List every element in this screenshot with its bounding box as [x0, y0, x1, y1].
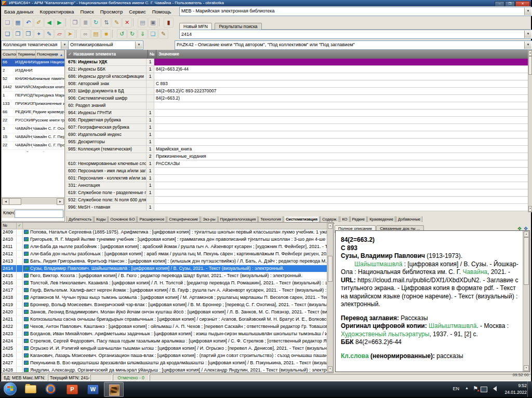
comment-icon[interactable]: ✦: [34, 29, 44, 39]
record-row[interactable]: 2426Каганович, Лазарь Моисеевич. Организ…: [2, 352, 327, 360]
refresh-icon[interactable]: ↺: [117, 29, 127, 39]
record-row[interactable]: 2415Гюго, Виктор. Козэта : [цифровая коп…: [2, 272, 327, 280]
taskbar-powerpoint-button[interactable]: P: [62, 382, 81, 396]
next-record-icon[interactable]: ▶: [55, 18, 64, 28]
copy-record-icon[interactable]: ❐: [70, 18, 80, 28]
dictionary-row[interactable]: 66ИЗДАНИЯИздания Национальн: [2, 59, 64, 67]
dictionary-row[interactable]: 133ПРИЖИЗНПрижизненные изда: [2, 100, 64, 108]
field-row[interactable]: 601: Персоналия - коллектив и/или заглав…: [66, 175, 528, 182]
search-bubble-3-icon[interactable]: ❒: [23, 29, 33, 39]
scroll-down-icon[interactable]: ▼: [328, 366, 332, 372]
mode-combo[interactable]: Оптимизированный ▼: [68, 40, 143, 50]
field-row[interactable]: 985: Коллекция (тематическая)1Марийская_…: [66, 146, 528, 153]
scroll-up-icon[interactable]: ▲: [524, 231, 529, 237]
field-list-icon[interactable]: ≣: [81, 18, 90, 28]
collection-combo[interactable]: Коллекция тематическая ▼: [1, 40, 69, 50]
record-row[interactable]: 2424Стрелков, Сергей Федорович. Пасу паш…: [2, 338, 327, 345]
record-row[interactable]: 2418Артамонов М. Чучын пӱаш кыцэ тымэнь …: [2, 294, 327, 301]
clipboard-icon[interactable]: ▤: [91, 29, 101, 39]
maximize-button[interactable]: ❒: [505, 1, 515, 6]
scroll-thumb[interactable]: [328, 256, 332, 282]
record-row[interactable]: 2425Огрызко И. И. Рэлигий киндый шачышла…: [2, 345, 327, 352]
refresh-record-icon[interactable]: ↻: [91, 18, 101, 28]
field-row[interactable]: 60: Раздел знаний: [66, 102, 528, 109]
dropdown-arrow-icon[interactable]: ▼: [524, 31, 531, 38]
dict-header-terms[interactable]: Термины: [17, 50, 36, 59]
menu-item-4[interactable]: Просмотр: [97, 8, 126, 15]
field-row[interactable]: 610: Ненормированные ключевые слова1РАСС…: [66, 160, 528, 168]
pin-term-icon[interactable]: ↧: [54, 51, 59, 59]
search-bubble-2-icon[interactable]: ❐: [13, 29, 23, 39]
field-row[interactable]: 2Прижизненные_издания: [66, 153, 528, 160]
scroll-thumb[interactable]: [524, 237, 529, 285]
save-record-icon[interactable]: ▦: [13, 18, 23, 28]
sort-fields-icon[interactable]: ⇅: [101, 18, 111, 28]
undo-icon[interactable]: ↶: [23, 18, 33, 28]
speaker-icon[interactable]: [493, 386, 497, 391]
dictionary-row[interactable]: 21ЧАВАЙН_Чавайн С. Г. Художе: [2, 150, 64, 152]
menu-item-5[interactable]: Сервис: [126, 8, 149, 15]
dictionary-row[interactable]: 66РЕДКИЕ_КРедкие краеведческ: [2, 108, 64, 117]
import-icon[interactable]: ⇓: [138, 29, 148, 39]
edit-doc-icon[interactable]: ✎: [158, 29, 168, 39]
record-row[interactable]: 2411Али-Баба да нылле разбойник : [цифро…: [2, 243, 327, 251]
dictionary-row[interactable]: 15ЧАВАЙН_Чавайн С. Г. Перевод: [2, 133, 64, 142]
record-row[interactable]: 2420Занков, Леонид Владимирович. Молан й…: [2, 309, 327, 316]
scroll-up-icon[interactable]: ▲: [528, 50, 532, 56]
page-flip-icon[interactable]: ✐: [34, 18, 44, 28]
field-row[interactable]: 903: Шифр документа в БД84(2=663.2)/С 89…: [66, 88, 528, 95]
field-row[interactable]: 932: Служебное поле: N поля 600 для копи…: [66, 197, 528, 204]
eraser-icon[interactable]: ▱: [55, 29, 64, 39]
dictionary-row[interactable]: 2ИЗДАНИЯ: [2, 67, 64, 75]
print-icon[interactable]: ▣: [148, 18, 158, 28]
taskbar-explorer-button[interactable]: [21, 382, 39, 396]
minimize-button[interactable]: –: [495, 1, 504, 6]
fields-header-name[interactable]: ✓Название элемента: [66, 50, 148, 59]
menu-item-6[interactable]: Помощь: [149, 8, 175, 15]
taskbar-word-button[interactable]: W: [83, 382, 102, 396]
close-button[interactable]: ✕: [515, 1, 530, 6]
dropdown-arrow-icon[interactable]: ▼: [61, 42, 68, 49]
field-row[interactable]: 908: Авторский знакС 893: [66, 80, 528, 88]
link-icon[interactable]: ∞: [81, 29, 90, 39]
record-row[interactable]: 2417Гауф, Вильгельм. Халиф-аист нерген й…: [2, 287, 327, 294]
mfn-combo[interactable]: ▼: [179, 30, 532, 39]
dictionary-row[interactable]: 52КНИЖНЫЕКнижные памятники: [2, 75, 64, 84]
dictionary-row[interactable]: 3ЧАВАЙН_Чавайн С. Г. Осново: [2, 125, 64, 133]
menu-item-3[interactable]: Поиск: [77, 8, 97, 15]
scroll-right-icon[interactable]: ▶: [57, 198, 64, 205]
field-row[interactable]: 606: Предметная рубрика1: [66, 117, 528, 124]
record-row[interactable]: 2409Попова, Наталья Сергеевна (1885-1975…: [2, 229, 327, 236]
record-row[interactable]: 2414Сузы, Владимир Павлович. Шайыштмашвл…: [2, 265, 327, 272]
field-row[interactable]: 686: Индексы другой классификации1: [66, 73, 528, 80]
records-header-check-icon[interactable]: ✓: [17, 223, 23, 229]
records-header-no[interactable]: №: [2, 223, 17, 229]
view-record-icon[interactable]: ▤: [138, 18, 148, 28]
record-row[interactable]: 2413Бать, Лидия Григорьевна. Фритьоф Нан…: [2, 258, 327, 265]
delete-record-icon[interactable]: ✕: [122, 18, 132, 28]
prev-record-icon[interactable]: ◀: [44, 18, 54, 28]
menu-item-1[interactable]: База данных: [1, 8, 37, 15]
record-row[interactable]: 2428Яндулин, Александр. Органичэский да …: [2, 367, 327, 373]
field-row[interactable]: 600: Персоналия - имя лица и/или заглави…: [66, 168, 528, 175]
network-icon[interactable]: [481, 387, 487, 392]
fields-header-occ[interactable]: №: [148, 50, 156, 59]
record-row[interactable]: 2416Толстой, Лев Николаевич. Казаквлӓ : …: [2, 280, 327, 287]
new-doc-icon[interactable]: ❏: [148, 29, 158, 39]
scroll-left-icon[interactable]: ◀: [2, 198, 9, 205]
dictionary-hscrollbar[interactable]: ◀ ▶: [2, 197, 64, 204]
scroll-thumb[interactable]: [9, 198, 21, 205]
dropdown-arrow-icon[interactable]: ▼: [135, 42, 142, 49]
scroll-down-icon[interactable]: ▼: [524, 365, 529, 371]
search-bubble-icon[interactable]: ❏: [3, 29, 12, 39]
dropdown-arrow-icon[interactable]: ▼: [524, 8, 531, 15]
taskbar-irbis-button[interactable]: [104, 382, 124, 397]
scroll-thumb[interactable]: [528, 56, 532, 75]
new-record-icon[interactable]: ❏: [3, 18, 12, 28]
records-vscrollbar[interactable]: ▲ ▼: [327, 223, 333, 373]
field-row[interactable]: 331: Аннотация1: [66, 182, 528, 189]
record-row[interactable]: 2421Колхозышлыш сасна ончышы бригадырын …: [2, 316, 327, 323]
dictionary-row[interactable]: 1ПЕРИОДИПериодика Марий Эл: [2, 92, 64, 100]
recycle-icon[interactable]: ↻: [127, 29, 137, 39]
scroll-down-icon[interactable]: ▼: [528, 206, 532, 212]
